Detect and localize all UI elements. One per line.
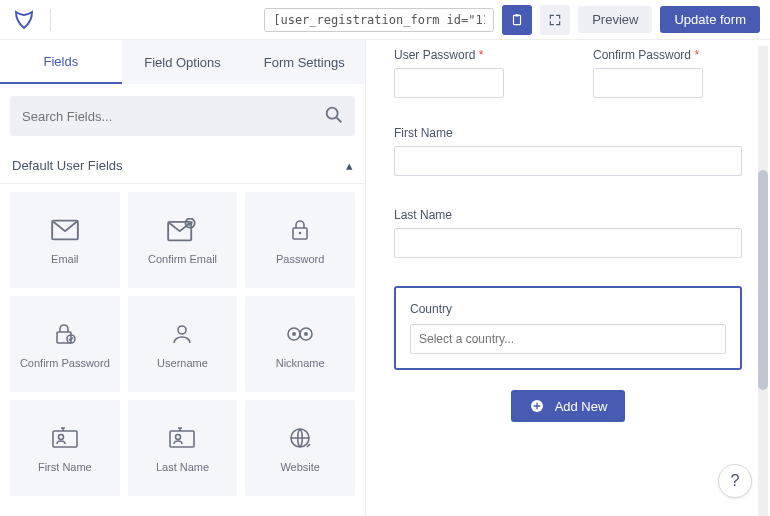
lock-icon	[288, 215, 312, 245]
field-tile-email[interactable]: Email	[10, 192, 120, 288]
user-password-input[interactable]	[394, 68, 504, 98]
svg-rect-15	[53, 431, 77, 447]
first-name-label: First Name	[394, 126, 742, 140]
svg-point-18	[176, 435, 181, 440]
field-tile-confirm-password[interactable]: Confirm Password	[10, 296, 120, 392]
tile-label: Email	[51, 253, 79, 265]
clipboard-icon	[510, 13, 524, 27]
fullscreen-button[interactable]	[540, 5, 570, 35]
mail-icon	[51, 215, 79, 245]
field-tile-lastname[interactable]: Last Name	[128, 400, 238, 496]
update-form-button[interactable]: Update form	[660, 6, 760, 33]
tile-label: Password	[276, 253, 324, 265]
user-icon	[170, 319, 194, 349]
divider	[50, 9, 51, 31]
add-new-label: Add New	[555, 399, 608, 414]
svg-rect-1	[515, 14, 519, 16]
expand-icon	[548, 13, 562, 27]
preview-button[interactable]: Preview	[578, 6, 652, 33]
tab-fields[interactable]: Fields	[0, 40, 122, 84]
tile-label: Confirm Password	[20, 357, 110, 369]
id-icon	[168, 423, 196, 453]
search-input[interactable]	[10, 96, 355, 136]
field-tile-password[interactable]: Password	[245, 192, 355, 288]
tab-field-options[interactable]: Field Options	[122, 40, 244, 84]
tab-form-settings[interactable]: Form Settings	[243, 40, 365, 84]
copy-shortcode-button[interactable]	[502, 5, 532, 35]
confirm-password-label: Confirm Password *	[593, 48, 742, 62]
svg-point-7	[299, 232, 302, 235]
chevron-up-icon: ▴	[346, 158, 353, 173]
plus-circle-icon	[529, 398, 545, 414]
confirm-password-input[interactable]	[593, 68, 703, 98]
search-icon	[323, 104, 345, 130]
field-tile-nickname[interactable]: Nickname	[245, 296, 355, 392]
mail-check-icon	[167, 215, 197, 245]
svg-rect-0	[514, 15, 521, 24]
tile-label: Website	[280, 461, 320, 473]
eyes-icon	[286, 319, 314, 349]
form-canvas[interactable]: User Password * Confirm Password * First…	[366, 40, 770, 516]
category-default-user-fields[interactable]: Default User Fields ▴	[0, 148, 365, 184]
scrollbar-thumb[interactable]	[758, 170, 768, 390]
svg-rect-17	[170, 431, 194, 447]
field-tile-confirm-email[interactable]: Confirm Email	[128, 192, 238, 288]
country-field-selected[interactable]: Country	[394, 286, 742, 370]
tile-label: Confirm Email	[148, 253, 217, 265]
svg-point-13	[292, 332, 296, 336]
tile-label: First Name	[38, 461, 92, 473]
app-logo	[10, 6, 38, 34]
category-label: Default User Fields	[12, 158, 123, 173]
tile-label: Username	[157, 357, 208, 369]
field-tile-username[interactable]: Username	[128, 296, 238, 392]
country-select[interactable]	[410, 324, 726, 354]
field-tile-firstname[interactable]: First Name	[10, 400, 120, 496]
tile-label: Last Name	[156, 461, 209, 473]
country-label: Country	[410, 302, 726, 316]
last-name-label: Last Name	[394, 208, 742, 222]
svg-point-2	[327, 108, 338, 119]
user-password-label: User Password *	[394, 48, 543, 62]
svg-point-10	[178, 326, 186, 334]
add-new-row-button[interactable]: Add New	[511, 390, 626, 422]
help-button[interactable]: ?	[718, 464, 752, 498]
id-icon	[51, 423, 79, 453]
field-tile-website[interactable]: Website	[245, 400, 355, 496]
first-name-input[interactable]	[394, 146, 742, 176]
lock-check-icon	[52, 319, 78, 349]
svg-rect-8	[57, 332, 71, 343]
svg-point-16	[58, 435, 63, 440]
last-name-input[interactable]	[394, 228, 742, 258]
shortcode-input[interactable]	[264, 8, 494, 32]
tile-label: Nickname	[276, 357, 325, 369]
globe-icon	[287, 423, 313, 453]
svg-point-14	[304, 332, 308, 336]
